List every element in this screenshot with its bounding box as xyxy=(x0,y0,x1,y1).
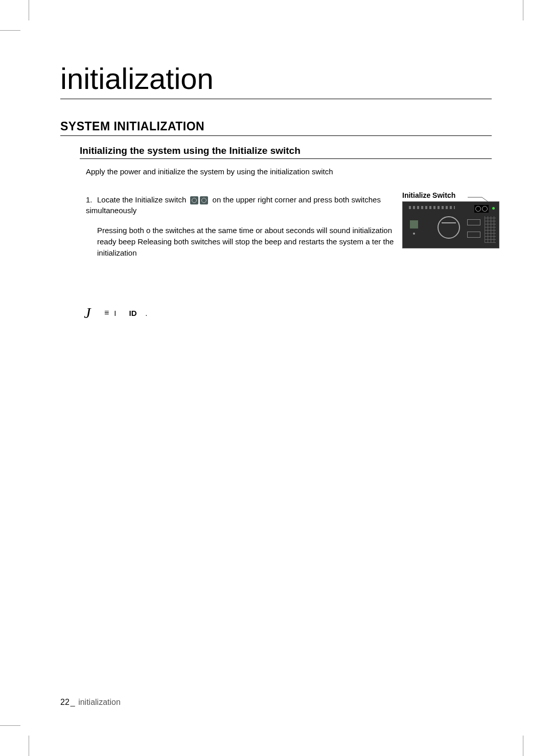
crop-mark xyxy=(523,0,523,20)
crop-mark xyxy=(0,725,20,726)
footer-section: initialization xyxy=(78,698,121,706)
note-row: J ≡ I ID . xyxy=(80,304,492,322)
module-icon xyxy=(410,220,418,228)
switch-button-icon xyxy=(190,196,198,204)
dual-switch-icon xyxy=(190,196,208,204)
port-icon xyxy=(467,232,480,238)
figure-initialize-switch: Initialize Switch xyxy=(402,191,504,248)
vent-icon xyxy=(409,206,455,209)
switch-button-icon xyxy=(200,196,208,204)
note-post: . xyxy=(145,309,147,317)
crop-mark xyxy=(523,736,523,756)
section-heading: SYSTEM INITIALIZATION xyxy=(60,120,492,136)
switch-ring-icon xyxy=(482,206,488,212)
intro-text: Apply the power and initialize the syste… xyxy=(86,167,492,176)
page-title: initialization xyxy=(60,61,492,99)
port-icon xyxy=(467,219,480,225)
footer-separator: _ xyxy=(71,698,75,706)
manual-page: initialization SYSTEM INITIALIZATION Ini… xyxy=(0,0,552,756)
initialize-switch-icon xyxy=(474,205,489,213)
step-number: 1. xyxy=(86,194,97,205)
crop-mark xyxy=(0,30,20,31)
speaker-grille-icon xyxy=(485,216,496,243)
figure-label: Initialize Switch xyxy=(402,191,504,199)
switch-ring-icon xyxy=(475,206,481,212)
page-number: 22 xyxy=(60,698,70,706)
lens-icon xyxy=(438,216,460,239)
subsection-heading: Initializing the system using the Initia… xyxy=(80,145,492,159)
note-bold: ID xyxy=(129,309,137,317)
indicator-dot-icon xyxy=(413,233,415,235)
crop-mark xyxy=(29,0,29,20)
page-footer: 22_ initialization xyxy=(60,698,121,707)
note-text: I ID . xyxy=(114,309,147,317)
note-symbol: J xyxy=(80,304,95,322)
device-illustration xyxy=(402,201,499,248)
crop-mark xyxy=(29,736,29,756)
note-pre: I xyxy=(114,309,116,317)
power-led-icon xyxy=(492,207,495,210)
step-detail: Pressing both o the switches at the same… xyxy=(97,225,404,258)
step-1: 1.Locate the Initialize switch on the up… xyxy=(86,194,408,258)
content-row: 1.Locate the Initialize switch on the up… xyxy=(86,194,492,258)
step-text-a: Locate the Initialize switch xyxy=(97,195,186,204)
note-bullet-icon: ≡ xyxy=(104,308,109,317)
